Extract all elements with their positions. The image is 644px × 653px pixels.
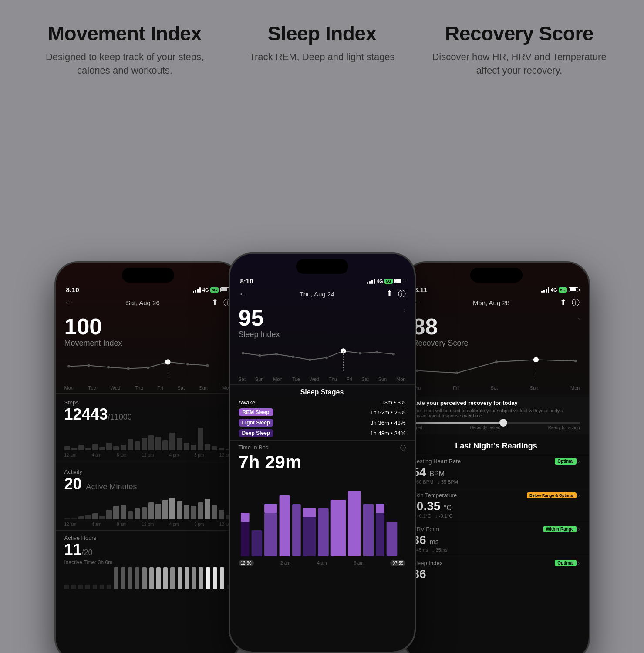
sparkline-svg-1 — [64, 352, 232, 383]
svg-point-19 — [392, 353, 394, 355]
ab7 — [106, 510, 112, 519]
nav-date-2: Thu, Aug 24 — [300, 290, 335, 298]
phone-movement: 8:10 4G 5G ← Sat, Aug 2 — [54, 261, 242, 653]
dynamic-island-2 — [296, 259, 348, 274]
bar-19 — [191, 445, 196, 450]
steps-section: Steps › 12443/11000 — [56, 393, 240, 461]
svg-rect-32 — [240, 513, 249, 522]
back-arrow-2[interactable]: ← — [239, 288, 248, 300]
ab21 — [205, 499, 210, 520]
sparkline-svg-2 — [239, 343, 406, 374]
stage-awake-value: 13m • 3% — [381, 399, 406, 406]
ab13 — [148, 502, 154, 519]
recovery-title: Recovery Score — [429, 22, 609, 45]
ab8 — [113, 506, 119, 519]
score-number-1: 100 — [64, 315, 122, 338]
ab22 — [212, 505, 217, 520]
sleep-desc: Track REM, Deep and light stages — [232, 50, 412, 64]
movement-desc: Designed to keep track of your steps, ca… — [35, 50, 215, 77]
phone-sleep: 8:10 4G 5G ← Thu, Aug 2 — [229, 252, 416, 653]
bar-10 — [128, 439, 133, 450]
battery-2 — [394, 279, 404, 283]
bar-23 — [219, 448, 224, 450]
score-section-1: 100 Movement Index › — [56, 312, 240, 350]
5g-tag-3: 5G — [559, 287, 566, 293]
ab10 — [128, 511, 133, 520]
bar-13 — [148, 435, 154, 450]
score-section-2: 95 Sleep Index › — [230, 303, 415, 341]
steps-chart — [64, 426, 232, 452]
ab5 — [92, 513, 98, 519]
svg-point-12 — [258, 354, 261, 357]
bar-5 — [92, 444, 98, 450]
activity-time-labels: 12 am 4 am 8 am 12 pm 4 pm 8 pm 12 am — [64, 522, 232, 527]
battery-3 — [569, 287, 578, 292]
status-icons-3: 4G 5G — [541, 287, 578, 293]
ab12 — [142, 507, 147, 519]
sleep-stages-container: Sleep Stages Awake 13m • 3% REM Sleep 1h… — [230, 384, 415, 438]
ab14 — [155, 504, 161, 519]
bar-4 — [85, 448, 91, 450]
svg-point-13 — [275, 353, 277, 355]
svg-point-40 — [495, 360, 497, 363]
nav-date-3: Mon, Aug 28 — [473, 299, 509, 306]
sleep-title: Sleep Index — [232, 22, 412, 45]
rhr-sub: ↑ 60 BPM ↓ 55 BPM — [413, 479, 580, 485]
hrv-value: 36 ms — [413, 533, 580, 547]
nav-bar-1: ← Sat, Aug 26 ⬆ ⓘ — [56, 295, 240, 312]
recovery-label-col: Recovery Score Discover how HR, HRV and … — [421, 22, 618, 77]
bar-1 — [64, 446, 70, 450]
slider-thumb[interactable] — [499, 419, 507, 427]
sparkline-1 — [56, 350, 240, 384]
nav-date-1: Sat, Aug 26 — [126, 299, 160, 306]
back-arrow-1[interactable]: ← — [64, 297, 74, 308]
signal-1 — [193, 287, 201, 293]
ab9 — [121, 505, 126, 520]
activity-chart — [64, 495, 232, 521]
info-icon-3[interactable]: ⓘ — [572, 297, 580, 308]
svg-rect-27 — [330, 500, 345, 556]
bar-21 — [205, 444, 210, 450]
bar-17 — [177, 438, 182, 450]
bar4 — [199, 287, 201, 293]
time-3: 8:11 — [415, 286, 428, 293]
info-icon-2[interactable]: ⓘ — [398, 289, 406, 299]
svg-point-3 — [87, 364, 90, 367]
stage-awake-row: Awake 13m • 3% — [230, 398, 415, 407]
share-icon-2[interactable]: ⬆ — [386, 289, 393, 299]
nav-icons-3: ⬆ ⓘ — [560, 297, 580, 308]
si-name: Sleep Index — [413, 560, 443, 566]
stage-awake-label: Awake — [239, 399, 273, 406]
score-label-1: Movement Index — [64, 339, 122, 348]
stage-light-row: Light Sleep 3h 36m • 48% — [230, 417, 415, 428]
bar-9 — [121, 445, 126, 450]
stage-deep-row: Deep Sleep 1h 48m • 24% — [230, 428, 415, 438]
svg-point-11 — [242, 352, 244, 354]
status-bar-2: 8:10 4G 5G — [230, 274, 415, 286]
info-tib[interactable]: ⓘ — [400, 444, 406, 452]
end-time: 07:59 — [390, 560, 405, 566]
svg-rect-23 — [279, 495, 290, 556]
ab1 — [64, 518, 70, 519]
label-rested: Decently rested — [470, 425, 500, 430]
svg-point-38 — [416, 370, 418, 372]
share-icon-1[interactable]: ⬆ — [212, 297, 218, 308]
nav-bar-2: ← Thu, Aug 24 ⬆ ⓘ — [230, 286, 415, 303]
bar-14 — [155, 437, 161, 450]
ab2 — [71, 518, 77, 519]
recovery-slider[interactable] — [413, 422, 580, 424]
chevron-3[interactable]: › — [578, 315, 580, 322]
movement-label-col: Movement Index Designed to keep track of… — [26, 22, 223, 77]
skin-badge: Below Range & Optimal — [527, 492, 577, 498]
share-icon-3[interactable]: ⬆ — [560, 297, 566, 308]
chevron-2[interactable]: › — [404, 306, 406, 313]
skin-value: -0.35 °C — [413, 499, 580, 513]
bar-12 — [142, 438, 147, 450]
stage-deep-value: 1h 48m • 24% — [370, 430, 405, 437]
dynamic-island-3 — [470, 268, 523, 283]
svg-rect-21 — [251, 530, 262, 556]
si-badge: Optimal — [555, 560, 576, 566]
svg-point-6 — [146, 366, 149, 369]
ab6 — [99, 516, 105, 519]
score-number-2: 95 — [239, 306, 280, 329]
